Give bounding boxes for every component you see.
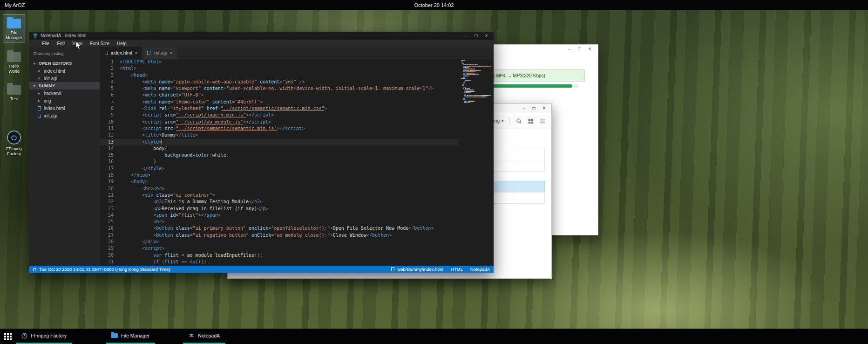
close-button[interactable]: ×	[483, 34, 490, 38]
search-icon[interactable]	[516, 118, 522, 124]
code-line[interactable]: 8 <link rel="stylesheet" href="../script…	[100, 105, 459, 112]
taskbar-item-notepada[interactable]: NotepadA	[183, 329, 225, 344]
code-text: </head>	[120, 172, 150, 179]
line-number: 18	[100, 172, 120, 179]
code-line[interactable]: 7 <meta name="theme-color" content="#4b7…	[100, 99, 459, 105]
tree-section-open-editors[interactable]: ▾OPEN EDITORS	[29, 60, 100, 67]
code-line[interactable]: 29 <script>	[100, 245, 459, 252]
code-line[interactable]: 15 background-color:white;	[100, 152, 459, 158]
grid-view-icon[interactable]	[528, 118, 534, 124]
desktop-icon-ffmpeg-factory[interactable]: FFmpeg Factory	[3, 129, 25, 158]
notepada-window[interactable]: NotepadA - index.html – □ × FileEditView…	[29, 32, 494, 273]
taskbar-item-label: File Manager	[121, 333, 149, 338]
window-titlebar[interactable]: NotepadA - index.html – □ ×	[29, 32, 494, 40]
code-line[interactable]: 23 <p>Received drag-in filelist (if any)…	[100, 206, 459, 212]
code-editor[interactable]: 1<!DOCTYPE html>2<html>3 <head>4 <meta n…	[100, 59, 459, 266]
tab-index-html[interactable]: index.html×	[100, 47, 142, 59]
tree-item-init-agi[interactable]: ×init.agi	[29, 75, 100, 82]
code-line[interactable]: 25 <br>	[100, 219, 459, 225]
code-line[interactable]: 9 <script src="../script/jquery.min.js">…	[100, 112, 459, 118]
line-number: 27	[100, 232, 120, 239]
code-line[interactable]: 6 <meta charset="UTF-8">	[100, 92, 459, 98]
minimap-line	[461, 92, 491, 93]
desktop-icon-test[interactable]: Test	[3, 80, 25, 103]
notepada-icon	[189, 333, 195, 339]
menu-file[interactable]: File	[38, 41, 53, 46]
code-line[interactable]: 19 <body>	[100, 179, 459, 185]
close-icon[interactable]: ×	[170, 50, 172, 55]
maximize-button[interactable]: □	[576, 47, 583, 51]
close-button[interactable]: ×	[541, 106, 548, 111]
code-line[interactable]: 24 <span id="flist"></span>	[100, 212, 459, 219]
code-line[interactable]: 10 <script src="../script/ao_module.js">…	[100, 119, 459, 125]
code-line[interactable]: 5 <meta name="viewport" content="user-sc…	[100, 85, 459, 92]
close-icon[interactable]: ×	[135, 50, 138, 55]
code-line[interactable]: 27 <button class="ui negative button" on…	[100, 232, 459, 239]
code-line[interactable]: 12 <title>Dummy</title>	[100, 132, 459, 138]
code-line[interactable]: 31 if (flist == null){	[100, 259, 459, 265]
tab-bar: index.html×init.agi×	[100, 47, 494, 59]
line-number: 26	[100, 225, 120, 232]
taskbar-item-file-manager[interactable]: File Manager	[106, 329, 155, 344]
code-line[interactable]: 3 <head>	[100, 72, 459, 79]
code-line[interactable]: 2<html>	[100, 65, 459, 72]
code-line[interactable]: 18 </head>	[100, 172, 459, 179]
line-number: 31	[100, 259, 120, 265]
code-line[interactable]: 16 }	[100, 158, 459, 165]
tree-item-img[interactable]: ▸img	[29, 97, 100, 104]
code-line[interactable]: 14 body{	[100, 145, 459, 152]
maximize-button[interactable]: □	[530, 106, 537, 111]
menu-edit[interactable]: Edit	[53, 41, 68, 46]
maximize-button[interactable]: □	[473, 34, 480, 38]
taskbar-item-ffmpeg-factory[interactable]: FFmpeg Factory	[16, 329, 72, 344]
tab-init-agi[interactable]: init.agi×	[142, 47, 177, 59]
aroz-menu[interactable]: My ArOZ	[0, 2, 25, 8]
desktop-icon-file-manager[interactable]: File Manager	[3, 14, 25, 42]
list-view-icon[interactable]	[540, 118, 546, 124]
code-line[interactable]: 21 <div class="ui container">	[100, 192, 459, 199]
minimap-line	[461, 76, 491, 76]
tree-item-index-html[interactable]: index.html	[29, 104, 100, 112]
menu-font-size[interactable]: Font Size	[86, 41, 113, 46]
code-line[interactable]: 28 </div>	[100, 239, 459, 245]
code-line[interactable]: 4 <meta name="apple-mobile-web-app-capab…	[100, 79, 459, 85]
minimize-button[interactable]: –	[462, 34, 469, 38]
code-line[interactable]: 26 <button class="ui primary button" onc…	[100, 225, 459, 232]
desktop-icon-label: File Manager	[4, 30, 24, 41]
folder-icon	[7, 52, 21, 62]
minimap-line	[461, 95, 491, 96]
close-icon[interactable]: ×	[37, 76, 41, 81]
line-number: 17	[100, 165, 120, 172]
line-number: 16	[100, 158, 120, 165]
code-line[interactable]: 20 <br><br>	[100, 186, 459, 192]
ffmpeg-app-icon	[7, 131, 21, 144]
minimap-line	[461, 64, 491, 65]
app-launcher-button[interactable]	[0, 329, 16, 344]
code-line[interactable]: 11 <script src="../script/semantic/seman…	[100, 125, 459, 132]
tree-item-label: img	[44, 98, 51, 103]
code-line[interactable]: 17 </style>	[100, 165, 459, 172]
tree-item-init-agi[interactable]: init.agi	[29, 112, 100, 119]
status-language[interactable]: HTML	[451, 267, 463, 272]
close-button[interactable]: ×	[586, 47, 593, 51]
code-line[interactable]: 13 <style>	[100, 139, 459, 145]
tree-item-backend[interactable]: ▸backend	[29, 89, 100, 97]
minimap[interactable]	[461, 60, 491, 266]
code-line[interactable]: 22 <h3>This is a Dummy Testing Module</h…	[100, 199, 459, 205]
tree-section-dummy[interactable]: ▾DUMMY	[29, 82, 100, 89]
minimap-line	[461, 91, 491, 92]
line-number: 15	[100, 152, 120, 158]
tab-label: index.html	[111, 50, 132, 55]
desktop-icon-hello-world[interactable]: Hello World	[3, 48, 25, 76]
minimize-button[interactable]: –	[520, 106, 527, 111]
code-line[interactable]: 1<!DOCTYPE html>	[100, 59, 459, 65]
close-icon[interactable]: ×	[37, 69, 41, 74]
file-icon	[391, 267, 394, 271]
editor: index.html×init.agi× 1<!DOCTYPE html>2<h…	[100, 47, 494, 266]
minimize-button[interactable]: –	[566, 47, 573, 51]
chevron-down-icon: ▾	[33, 84, 36, 88]
code-line[interactable]: 30 var flist = ao_module_loadInputFiles(…	[100, 252, 459, 259]
tree-item-index-html[interactable]: ×index.html	[29, 67, 100, 75]
desktop-icon-label: Hello World	[4, 64, 24, 74]
menu-help[interactable]: Help	[113, 41, 130, 46]
